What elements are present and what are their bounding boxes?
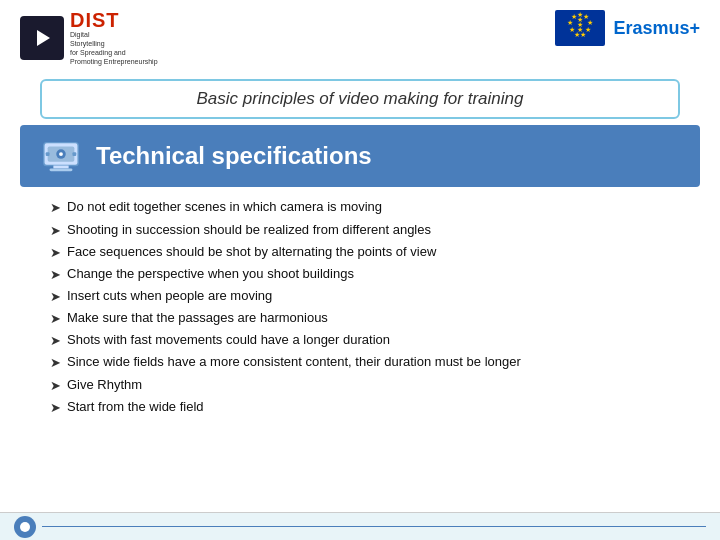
- bullet-arrow-icon: ➤: [50, 331, 61, 351]
- bullet-item: ➤ Give Rhythm: [50, 375, 690, 396]
- erasmus-text: Erasmus+: [613, 18, 700, 39]
- svg-rect-19: [46, 153, 50, 157]
- tech-spec-title: Technical specifications: [96, 142, 372, 170]
- bottom-bar: [0, 512, 720, 540]
- bullet-arrow-icon: ➤: [50, 309, 61, 329]
- title-box: Basic principles of video making for tra…: [40, 79, 680, 119]
- svg-text:★: ★: [567, 19, 573, 26]
- svg-text:★: ★: [587, 19, 593, 26]
- title-box-text: Basic principles of video making for tra…: [197, 89, 524, 108]
- dist-logo-text: DIST: [70, 10, 158, 30]
- bullet-arrow-icon: ➤: [50, 221, 61, 241]
- bullet-arrow-icon: ➤: [50, 287, 61, 307]
- svg-text:★: ★: [569, 26, 575, 33]
- bullet-arrow-icon: ➤: [50, 376, 61, 396]
- bullets-area: ➤ Do not edit together scenes in which c…: [50, 197, 690, 417]
- bullet-item: ➤ Shots with fast movements could have a…: [50, 330, 690, 351]
- bullet-arrow-icon: ➤: [50, 198, 61, 218]
- svg-point-16: [59, 153, 63, 157]
- bullet-text: Insert cuts when people are moving: [67, 286, 690, 307]
- nav-circle-inner: [20, 522, 30, 532]
- bullet-item: ➤ Face sequences should be shot by alter…: [50, 242, 690, 263]
- tech-spec-icon: [40, 135, 82, 177]
- bullet-item: ➤ Insert cuts when people are moving: [50, 286, 690, 307]
- header: DIST Digital Storytelling for Spreading …: [0, 0, 720, 71]
- bullet-text: Shooting in succession should be realize…: [67, 220, 690, 241]
- bullet-item: ➤ Do not edit together scenes in which c…: [50, 197, 690, 218]
- dist-logo: DIST Digital Storytelling for Spreading …: [20, 10, 158, 66]
- bullet-text: Shots with fast movements could have a l…: [67, 330, 690, 351]
- bullet-arrow-icon: ➤: [50, 398, 61, 418]
- bullet-text: Face sequences should be shot by alterna…: [67, 242, 690, 263]
- svg-rect-17: [53, 166, 68, 169]
- dist-logo-text-block: DIST Digital Storytelling for Spreading …: [70, 10, 158, 66]
- bullet-item: ➤ Make sure that the passages are harmon…: [50, 308, 690, 329]
- dist-logo-subtitle: Digital Storytelling for Spreading and P…: [70, 30, 158, 66]
- bullet-text: Do not edit together scenes in which cam…: [67, 197, 690, 218]
- bullet-item: ➤ Shooting in succession should be reali…: [50, 220, 690, 241]
- bullet-item: ➤ Start from the wide field: [50, 397, 690, 418]
- bullet-text: Give Rhythm: [67, 375, 690, 396]
- bullet-text: Change the perspective when you shoot bu…: [67, 264, 690, 285]
- bullet-text: Start from the wide field: [67, 397, 690, 418]
- bullet-item: ➤ Since wide fields have a more consiste…: [50, 352, 690, 373]
- bottom-line: [42, 526, 706, 527]
- svg-rect-18: [50, 169, 73, 172]
- nav-circle[interactable]: [14, 516, 36, 538]
- erasmus-logo: ★ ★ ★ ★ ★ ★ ★ ★ ★ ★ ★ ★ Erasmus+: [555, 10, 700, 46]
- eu-flag-icon: ★ ★ ★ ★ ★ ★ ★ ★ ★ ★ ★ ★: [555, 10, 605, 46]
- bullet-arrow-icon: ➤: [50, 265, 61, 285]
- bullet-text: Make sure that the passages are harmonio…: [67, 308, 690, 329]
- svg-text:★: ★: [577, 21, 583, 28]
- svg-rect-20: [72, 153, 76, 157]
- dist-logo-icon: [20, 16, 64, 60]
- bullet-arrow-icon: ➤: [50, 243, 61, 263]
- tech-spec-bar: Technical specifications: [20, 125, 700, 187]
- bullet-text: Since wide fields have a more consistent…: [67, 352, 690, 373]
- bullet-item: ➤ Change the perspective when you shoot …: [50, 264, 690, 285]
- bullet-arrow-icon: ➤: [50, 353, 61, 373]
